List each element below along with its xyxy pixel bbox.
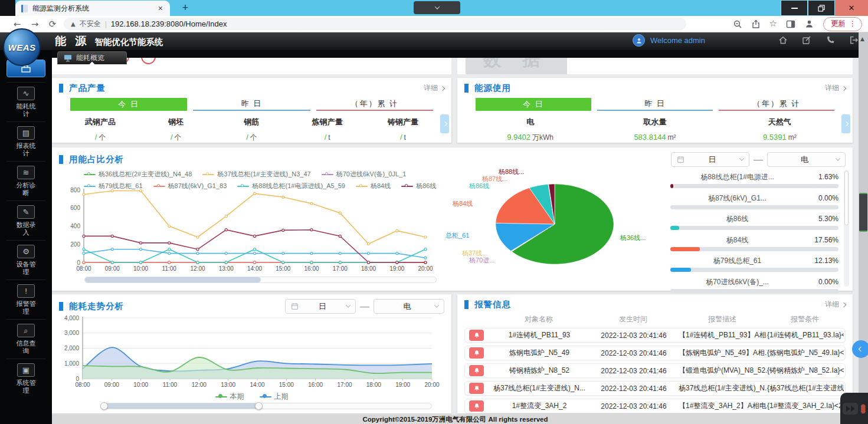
- tab-yesterday[interactable]: 昨 日: [193, 98, 310, 111]
- next-page-button[interactable]: [841, 114, 850, 133]
- svg-text:15:00: 15:00: [279, 382, 294, 388]
- ranking-item: 杨79线总柜_61 12.13%: [670, 256, 838, 272]
- sidebar-item[interactable]: ∿ 能耗统计: [6, 82, 46, 121]
- legend-label: 杨70进线6kV(备)_0JL_1: [336, 170, 407, 179]
- ranking-scrollbar[interactable]: [844, 170, 849, 287]
- recorder-menu-icon[interactable]: ●●●: [860, 405, 866, 412]
- panel-accent-bar: [59, 84, 63, 93]
- restore-icon: [818, 5, 825, 12]
- date-type-select[interactable]: 日: [671, 152, 749, 167]
- stat-item: 钢筋 /个: [214, 117, 289, 143]
- legend-item[interactable]: 杨70进线6kV(备)_0JL_1: [322, 170, 407, 179]
- recorder-next-button[interactable]: [843, 403, 858, 415]
- svg-text:16:00: 16:00: [304, 265, 319, 272]
- new-tab-button[interactable]: +: [178, 1, 192, 15]
- page-scr​ollbar-thumb[interactable]: [859, 193, 867, 232]
- sidebar-item[interactable]: ⌕ 信息查询: [6, 319, 46, 359]
- detail-link[interactable]: 详细: [825, 83, 846, 93]
- reload-button[interactable]: ⟳: [44, 19, 61, 29]
- chevron-down-icon: [434, 4, 439, 9]
- svg-text:13:00: 13:00: [221, 382, 235, 388]
- alarm-row: 炼钢电弧炉_N5_49 2022-12-03 20:41:46 【炼钢电弧炉_N…: [464, 346, 846, 360]
- ranking-scrollbar-thumb[interactable]: [844, 171, 849, 225]
- copyright-text: Copyright©2015-2019万洲电气有限公司 All rights r…: [363, 415, 548, 424]
- side-panel-icon[interactable]: [786, 19, 795, 29]
- tab-close-icon[interactable]: ×: [157, 4, 164, 13]
- tab-year-total[interactable]: （年）累 计: [719, 98, 834, 111]
- share-icon[interactable]: [751, 19, 761, 29]
- alarm-description: 【1#整流变_3AH_2】A相电...: [679, 401, 767, 411]
- panel-title: 用能占比分析: [69, 154, 124, 165]
- tab-yesterday[interactable]: 昨 日: [597, 98, 713, 111]
- sidebar-item[interactable]: ⚙ 设备管理: [6, 240, 46, 280]
- browser-update-button[interactable]: 更新 ⋮: [823, 17, 862, 31]
- alarm-management-icon: !: [17, 284, 35, 298]
- svg-text:4,000: 4,000: [64, 315, 79, 321]
- sidebar: ∿ 能耗统计 ▤ 报表统计 ≋ 分析诊断 ✎ 数据录入 ⚙ 设备管理: [0, 50, 52, 424]
- sidebar-item[interactable]: ▤ 报表统计: [6, 121, 46, 161]
- detail-link[interactable]: 详细: [424, 83, 444, 93]
- window-corner: [0, 0, 15, 16]
- stat-value: /t: [290, 133, 365, 142]
- energy-dashboard-screen: { "browser": { "tab_title": "能源监测分析系统", …: [0, 0, 868, 424]
- titlebar-chevron-button[interactable]: [414, 1, 460, 14]
- legend-item[interactable]: 杨37线总柜(1#主变进线)_N3_47: [202, 170, 310, 179]
- legend-item[interactable]: 杨36线总柜(2#主变进线)_N4_48: [84, 170, 192, 179]
- tab-today[interactable]: 今 日: [476, 98, 591, 111]
- phone-icon[interactable]: [826, 35, 835, 45]
- datazoom-handle-right[interactable]: [255, 402, 263, 410]
- panel-accent-bar: [59, 302, 63, 311]
- sidebar-item-label: 报警管理: [14, 300, 38, 315]
- legend-item[interactable]: 上期: [260, 392, 289, 402]
- detail-link[interactable]: 详细: [825, 300, 846, 310]
- bookmark-star-icon[interactable]: ☆: [769, 19, 777, 28]
- browser-menu-icon[interactable]: ⋮: [849, 19, 856, 28]
- sidebar-item[interactable]: ! 报警管理: [6, 280, 46, 319]
- back-button[interactable]: ←: [8, 19, 26, 29]
- address-bar[interactable]: ▲ 不安全 | 192.168.18.239:8080/Home/Index: [64, 18, 686, 30]
- energy-type-select[interactable]: 电: [767, 152, 846, 167]
- sidebar-item[interactable]: ✎ 数据录入: [6, 201, 46, 240]
- stat-item: 取水量 583.8144m²: [592, 117, 717, 143]
- datazoom-window[interactable]: [102, 403, 260, 409]
- legend-item[interactable]: 本期: [215, 392, 244, 402]
- info-query-icon: ⌕: [17, 324, 35, 337]
- browser-tab[interactable]: 能源监测分析系统 ×: [15, 1, 170, 16]
- datazoom-handle-left[interactable]: [100, 402, 108, 410]
- ratio-controls: 日 — 电: [671, 152, 846, 167]
- page-scrollbar[interactable]: ▲: [859, 32, 868, 424]
- app-title-sub: 智能优化节能系统: [94, 37, 163, 48]
- tab-energy-overview[interactable]: 能耗概览: [57, 51, 127, 64]
- energy-type-select[interactable]: 电: [374, 299, 444, 314]
- next-page-button[interactable]: [440, 114, 449, 133]
- home-icon[interactable]: [778, 35, 788, 45]
- alarm-row: 铸钢精炼炉_N8_52 2022-12-03 20:41:46 【锻造电弧炉(M…: [464, 363, 846, 378]
- minimize-button[interactable]: [781, 0, 808, 16]
- tab-year-total[interactable]: （年）累 计: [316, 98, 433, 111]
- user-avatar[interactable]: [633, 34, 645, 47]
- svg-text:800: 800: [70, 187, 80, 193]
- forward-button[interactable]: →: [26, 19, 44, 29]
- date-type-select[interactable]: 日: [285, 299, 356, 314]
- alarm-condition: {1#连铸机_PB11_93.Ia}<1: [767, 330, 844, 340]
- close-button[interactable]: ✕: [835, 0, 868, 16]
- scrollbar-up-arrow[interactable]: ▲: [860, 36, 864, 42]
- product-output-panel: 产品产量 详细 今 日 昨 日 （年）累 计 武钢产品 /个 钢坯 /个: [52, 78, 451, 143]
- tab-today[interactable]: 今 日: [70, 98, 187, 111]
- logout-icon[interactable]: [849, 35, 859, 45]
- alarm-row: 1#整流变_3AH_2 2022-12-03 20:41:46 【1#整流变_3…: [464, 399, 846, 413]
- line-chart-datazoom-slider[interactable]: [84, 277, 437, 283]
- sidebar-item[interactable]: ▣ 系统管理: [6, 359, 46, 398]
- profile-icon[interactable]: [804, 19, 814, 29]
- ranking-bar-fill: [670, 226, 679, 230]
- stat-label: 钢筋: [214, 117, 289, 127]
- datazoom-window[interactable]: [85, 277, 261, 282]
- restore-button[interactable]: [808, 0, 835, 16]
- panel-collapse-button[interactable]: [852, 340, 868, 358]
- edit-icon[interactable]: [802, 35, 811, 45]
- trend-datazoom-slider[interactable]: [101, 403, 432, 409]
- sidebar-item[interactable]: ≋ 分析诊断: [6, 161, 46, 201]
- ranking-bar-fill: [670, 247, 700, 251]
- zoom-icon[interactable]: [733, 19, 742, 29]
- panel-accent-bar: [464, 84, 469, 93]
